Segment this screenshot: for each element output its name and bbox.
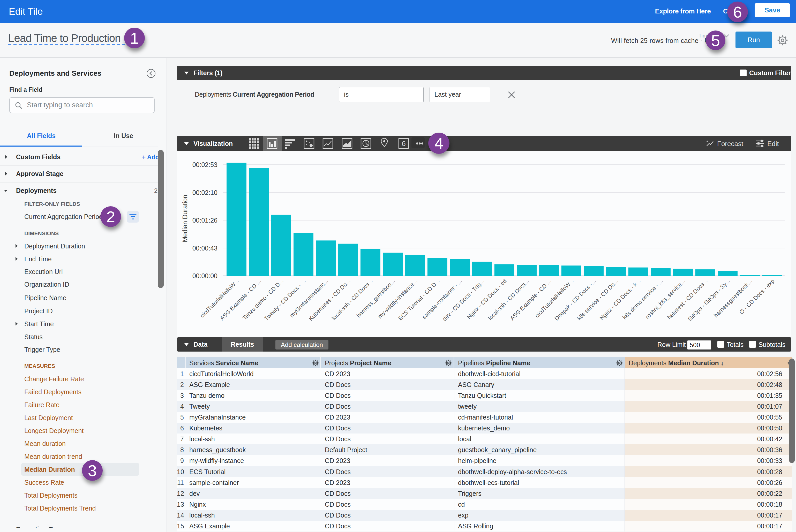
svg-text:Tweety - CD Docs - ...: Tweety - CD Docs - ... xyxy=(263,278,307,322)
svg-text:local-ssh - CD Docs...: local-ssh - CD Docs... xyxy=(487,278,530,321)
svg-text:local-ssh - CD Docs...: local-ssh - CD Docs... xyxy=(331,278,374,321)
svg-text:6: 6 xyxy=(402,139,406,148)
svg-text:sample-container - ...: sample-container - ... xyxy=(421,278,463,320)
svg-text:Tanzu demo - CD D...: Tanzu demo - CD D... xyxy=(241,278,284,321)
svg-text:Nginx - CD Docs - k...: Nginx - CD Docs - k... xyxy=(598,278,642,321)
svg-text:harnessguestbook...: harnessguestbook... xyxy=(713,278,754,319)
svg-text:k8s service - CD Do...: k8s service - CD Do... xyxy=(576,278,619,322)
svg-text:ASG Example - CD ...: ASG Example - CD ... xyxy=(219,278,262,322)
svg-text:helmtest - CD Docs...: helmtest - CD Docs... xyxy=(666,278,708,321)
svg-text:roshni_k8s_service...: roshni_k8s_service... xyxy=(644,278,687,320)
svg-text:00:00:43: 00:00:43 xyxy=(192,245,218,252)
svg-text:00:02:10: 00:02:10 xyxy=(192,189,218,196)
svg-text:myGrafanaInstanc...: myGrafanaInstanc... xyxy=(289,278,330,319)
svg-text:Kubernetes - CD Do...: Kubernetes - CD Do... xyxy=(308,278,352,322)
svg-text:cicdTutorialHelloW...: cicdTutorialHelloW... xyxy=(199,278,240,319)
svg-text:harness_guestboo...: harness_guestboo... xyxy=(355,278,396,319)
svg-text:GitOps - GitOps - Sy...: GitOps - GitOps - Sy... xyxy=(687,278,731,322)
svg-text:my-wildfly-instance...: my-wildfly-instance... xyxy=(377,278,419,320)
svg-text:Median Duration: Median Duration xyxy=(181,195,188,242)
svg-text:k8s demo service - ...: k8s demo service - ... xyxy=(622,278,664,321)
svg-text:ASG Example - CD ...: ASG Example - CD ... xyxy=(509,278,553,322)
svg-text:Nginx - CD Docs - cd: Nginx - CD Docs - cd xyxy=(465,278,508,320)
svg-text:ECS Tutorial - CD D...: ECS Tutorial - CD D... xyxy=(397,278,441,322)
svg-text:Deepak - CD Docs -...: Deepak - CD Docs -... xyxy=(553,278,597,322)
svg-text:00:02:53: 00:02:53 xyxy=(192,161,218,168)
svg-text:cicdTutorialHelloW...: cicdTutorialHelloW... xyxy=(534,278,575,319)
svg-text:dev - CD Docs - Trig...: dev - CD Docs - Trig... xyxy=(441,278,486,322)
svg-text:00:01:26: 00:01:26 xyxy=(192,216,218,224)
svg-text:00:00:00: 00:00:00 xyxy=(192,272,218,280)
